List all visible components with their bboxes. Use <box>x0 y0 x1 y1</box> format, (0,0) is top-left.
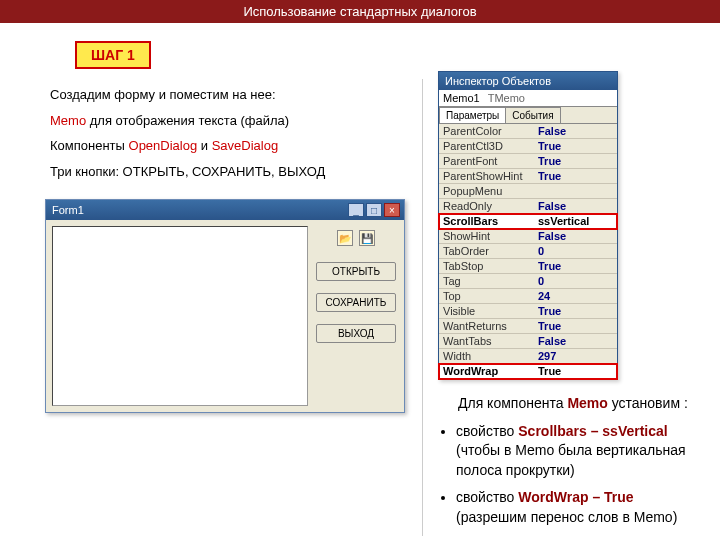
property-name: Top <box>439 289 534 303</box>
property-value[interactable]: False <box>534 229 617 243</box>
property-value[interactable]: True <box>534 319 617 333</box>
minimize-icon[interactable]: _ <box>348 203 364 217</box>
property-row-parentshowhint[interactable]: ParentShowHintTrue <box>439 169 617 184</box>
property-row-scrollbars[interactable]: ScrollBarsssVertical <box>439 214 617 229</box>
property-row-taborder[interactable]: TabOrder0 <box>439 244 617 259</box>
close-icon[interactable]: × <box>384 203 400 217</box>
property-row-readonly[interactable]: ReadOnlyFalse <box>439 199 617 214</box>
property-value[interactable]: ssVertical <box>534 214 617 228</box>
property-name: Visible <box>439 304 534 318</box>
explain-intro1: Для компонента <box>458 395 567 411</box>
memo-area[interactable] <box>52 226 308 406</box>
step-badge: ШАГ 1 <box>75 41 151 69</box>
property-name: ScrollBars <box>439 214 534 228</box>
property-value[interactable]: True <box>534 364 617 378</box>
property-value[interactable]: True <box>534 154 617 168</box>
property-value[interactable]: 0 <box>534 244 617 258</box>
b2b: WordWrap – True <box>518 489 633 505</box>
tab-properties[interactable]: Параметры <box>439 107 506 123</box>
property-name: Tag <box>439 274 534 288</box>
page-title: Использование стандартных диалогов <box>243 4 476 19</box>
property-row-width[interactable]: Width297 <box>439 349 617 364</box>
property-row-parentfont[interactable]: ParentFontTrue <box>439 154 617 169</box>
explain-block: Для компонента Memo установим : свойство… <box>438 394 700 528</box>
memo-keyword: Memo <box>50 113 86 128</box>
property-value[interactable]: False <box>534 124 617 138</box>
desc-line1: Создадим форму и поместим на нее: <box>50 87 276 102</box>
property-name: TabOrder <box>439 244 534 258</box>
form-mock: Form1 _ □ × 📂 💾 ОТКРЫТЬ СОХРАНИТЬ ВЫХОД <box>45 199 405 413</box>
b2a: свойство <box>456 489 518 505</box>
b1a: свойство <box>456 423 518 439</box>
property-name: ParentShowHint <box>439 169 534 183</box>
inspector-title: Инспектор Объектов <box>439 72 617 90</box>
tab-events[interactable]: События <box>505 107 560 123</box>
b1b: Scrollbars – ssVertical <box>518 423 667 439</box>
open-button[interactable]: ОТКРЫТЬ <box>316 262 396 281</box>
desc-line2b: для отображения текста (файла) <box>86 113 289 128</box>
property-value[interactable]: 0 <box>534 274 617 288</box>
form-title-text: Form1 <box>52 204 84 216</box>
desc-line3a: Компоненты <box>50 138 129 153</box>
property-row-showhint[interactable]: ShowHintFalse <box>439 229 617 244</box>
property-row-wordwrap[interactable]: WordWrapTrue <box>439 364 617 379</box>
property-row-top[interactable]: Top24 <box>439 289 617 304</box>
property-value[interactable] <box>534 184 617 198</box>
inspector-grid: ParentColorFalseParentCtl3DTrueParentFon… <box>439 124 617 379</box>
property-name: PopupMenu <box>439 184 534 198</box>
save-button[interactable]: СОХРАНИТЬ <box>316 293 396 312</box>
property-row-parentctl3d[interactable]: ParentCtl3DTrue <box>439 139 617 154</box>
property-name: TabStop <box>439 259 534 273</box>
property-value[interactable]: False <box>534 199 617 213</box>
step-label: ШАГ 1 <box>91 47 135 63</box>
property-name: ParentCtl3D <box>439 139 534 153</box>
savedialog-keyword: SaveDialog <box>212 138 279 153</box>
description-block: Создадим форму и поместим на нее: Memo д… <box>20 85 412 181</box>
desc-line3c: и <box>197 138 212 153</box>
property-value[interactable]: True <box>534 304 617 318</box>
property-row-visible[interactable]: VisibleTrue <box>439 304 617 319</box>
bullet-wordwrap: свойство WordWrap – True (разрешим перен… <box>456 488 700 527</box>
explain-memo: Memo <box>567 395 607 411</box>
property-name: ParentFont <box>439 154 534 168</box>
property-value[interactable]: 297 <box>534 349 617 363</box>
object-inspector: Инспектор Объектов Memo1 TMemo Параметры… <box>438 71 618 380</box>
opendialog-keyword: OpenDialog <box>129 138 198 153</box>
property-row-wanttabs[interactable]: WantTabsFalse <box>439 334 617 349</box>
property-name: WantTabs <box>439 334 534 348</box>
inspector-object-class: TMemo <box>488 92 525 104</box>
property-name: ShowHint <box>439 229 534 243</box>
b2c: (разрешим перенос слов в Memo) <box>456 509 677 525</box>
property-row-tag[interactable]: Tag0 <box>439 274 617 289</box>
property-name: ReadOnly <box>439 199 534 213</box>
b1c: (чтобы в Memo была вертикальная полоса п… <box>456 442 686 478</box>
property-row-wantreturns[interactable]: WantReturnsTrue <box>439 319 617 334</box>
explain-intro3: установим : <box>608 395 688 411</box>
inspector-object-name[interactable]: Memo1 <box>443 92 480 104</box>
desc-line4: Три кнопки: ОТКРЫТЬ, СОХРАНИТЬ, ВЫХОД <box>50 164 325 179</box>
property-name: WordWrap <box>439 364 534 378</box>
property-name: ParentColor <box>439 124 534 138</box>
property-row-tabstop[interactable]: TabStopTrue <box>439 259 617 274</box>
form-titlebar: Form1 _ □ × <box>46 200 404 220</box>
property-value[interactable]: True <box>534 139 617 153</box>
maximize-icon[interactable]: □ <box>366 203 382 217</box>
property-value[interactable]: 24 <box>534 289 617 303</box>
property-value[interactable]: False <box>534 334 617 348</box>
savedialog-icon[interactable]: 💾 <box>359 230 375 246</box>
opendialog-icon[interactable]: 📂 <box>337 230 353 246</box>
property-value[interactable]: True <box>534 169 617 183</box>
bullet-scrollbars: свойство Scrollbars – ssVertical (чтобы … <box>456 422 700 481</box>
property-name: WantReturns <box>439 319 534 333</box>
property-row-popupmenu[interactable]: PopupMenu <box>439 184 617 199</box>
exit-button[interactable]: ВЫХОД <box>316 324 396 343</box>
property-name: Width <box>439 349 534 363</box>
page-header: Использование стандартных диалогов <box>0 0 720 23</box>
property-value[interactable]: True <box>534 259 617 273</box>
property-row-parentcolor[interactable]: ParentColorFalse <box>439 124 617 139</box>
